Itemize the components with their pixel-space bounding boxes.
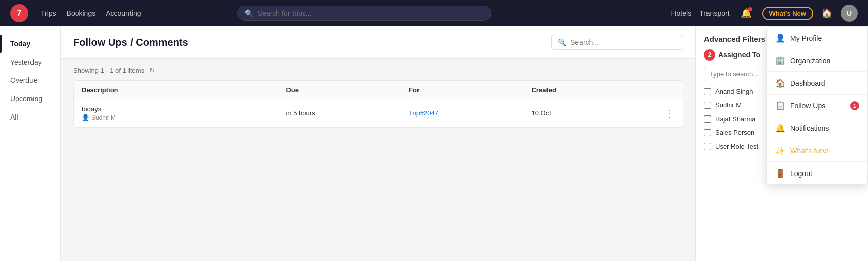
filter-label-0: Anand Singh [715, 88, 753, 95]
filter-checkbox-0[interactable] [704, 88, 711, 95]
assigned-label: Assigned To [718, 51, 760, 59]
navbar: 7 Trips Bookings Accounting 🔍 Hotels Tra… [0, 0, 868, 26]
dropdown-org-label: Organization [790, 56, 830, 65]
table-row: todays 👤 Sudhir M in 5 hours Trip#2047 1… [74, 99, 683, 127]
sidebar-item-yesterday[interactable]: Yesterday [0, 53, 60, 71]
cell-for[interactable]: Trip#2047 [409, 109, 532, 117]
dropdown-my-profile[interactable]: 👤 My Profile [767, 27, 867, 49]
global-search-bar[interactable]: 🔍 [237, 6, 491, 21]
nav-bookings[interactable]: Bookings [67, 9, 96, 17]
row-more-button[interactable]: ⋮ [654, 108, 674, 119]
avatar[interactable]: U [841, 5, 858, 22]
header-search-input[interactable] [570, 38, 677, 46]
main-header: Follow Ups / Comments 🔍 [61, 26, 695, 59]
dropdown-whatsnew-label: What's New [790, 147, 828, 155]
search-icon-small: 🔍 [558, 38, 566, 46]
nav-hotels[interactable]: Hotels [671, 9, 691, 17]
sidebar: Today Yesterday Overdue Upcoming All [0, 26, 61, 261]
page: Today Yesterday Overdue Upcoming All Fol… [0, 26, 868, 261]
person-icon: 👤 [82, 114, 89, 121]
filter-badge-count: 2 [704, 49, 715, 61]
followups-icon: 📋 [775, 101, 785, 110]
search-input[interactable] [258, 9, 484, 17]
cell-due: in 5 hours [286, 109, 409, 117]
row-assignee: 👤 Sudhir M [82, 114, 286, 121]
followups-badge: 1 [850, 101, 859, 110]
nav-links: Trips Bookings Accounting [41, 9, 141, 17]
th-due: Due [286, 86, 409, 94]
meta-text: Showing 1 - 1 of 1 Items [73, 67, 144, 74]
user-dropdown-menu: 👤 My Profile 🏢 Organization 🏠 Dashboard … [766, 26, 868, 185]
main-content: Follow Ups / Comments 🔍 Showing 1 - 1 of… [61, 26, 695, 261]
table-meta: Showing 1 - 1 of 1 Items ↻ [73, 67, 683, 74]
th-for: For [409, 86, 532, 94]
filter-label-2: Rajat Sharma [715, 115, 755, 123]
home-icon[interactable]: 🏠 [821, 8, 832, 19]
notification-bell[interactable]: 🔔 [738, 5, 754, 21]
app-logo[interactable]: 7 [10, 4, 28, 22]
profile-icon: 👤 [775, 33, 785, 43]
cell-created: 10 Oct [531, 109, 654, 117]
th-created: Created [531, 86, 654, 94]
filter-checkbox-1[interactable] [704, 102, 711, 109]
organization-icon: 🏢 [775, 55, 785, 65]
dropdown-logout[interactable]: 🚪 Logout [767, 162, 867, 184]
sidebar-item-overdue[interactable]: Overdue [0, 71, 60, 90]
dropdown-dashboard[interactable]: 🏠 Dashboard [767, 72, 867, 95]
nav-trips[interactable]: Trips [41, 9, 56, 17]
dropdown-notifications[interactable]: 🔔 Notifications [767, 117, 867, 139]
dropdown-dashboard-label: Dashboard [790, 79, 825, 88]
row-description: todays [82, 105, 286, 113]
sidebar-item-all[interactable]: All [0, 108, 60, 126]
sidebar-item-upcoming[interactable]: Upcoming [0, 90, 60, 108]
filter-label-3: Sales Person [715, 129, 754, 136]
cell-description: todays 👤 Sudhir M [82, 105, 286, 121]
th-description: Description [82, 86, 286, 94]
dashboard-icon: 🏠 [775, 78, 785, 88]
filter-checkbox-2[interactable] [704, 115, 711, 123]
dropdown-whats-new[interactable]: ✨ What's New [767, 139, 867, 162]
dropdown-follow-ups[interactable]: 📋 Follow Ups 1 [767, 95, 867, 117]
filter-label-4: User Role Test [715, 142, 758, 150]
sidebar-item-today[interactable]: Today [0, 35, 60, 53]
table-area: Showing 1 - 1 of 1 Items ↻ Description D… [61, 59, 695, 261]
search-icon: 🔍 [245, 9, 253, 17]
nav-right: Hotels Transport 🔔 What's New 🏠 U [671, 5, 858, 22]
dropdown-notifications-label: Notifications [790, 124, 829, 132]
bell-dot [748, 7, 752, 11]
refresh-icon[interactable]: ↻ [149, 67, 155, 74]
nav-accounting[interactable]: Accounting [106, 9, 141, 17]
filter-checkbox-4[interactable] [704, 143, 711, 150]
table-header: Description Due For Created [74, 81, 683, 99]
notifications-icon: 🔔 [775, 123, 785, 133]
nav-transport[interactable]: Transport [699, 9, 729, 17]
filter-checkbox-3[interactable] [704, 129, 711, 136]
logout-icon: 🚪 [775, 168, 785, 178]
header-search[interactable]: 🔍 [551, 35, 683, 50]
dropdown-followups-label: Follow Ups [790, 102, 825, 110]
th-actions [654, 86, 674, 94]
page-title: Follow Ups / Comments [73, 37, 188, 48]
data-table: Description Due For Created todays 👤 Sud… [73, 80, 683, 128]
dropdown-logout-label: Logout [790, 169, 812, 178]
dropdown-profile-label: My Profile [790, 34, 822, 42]
whats-new-icon: ✨ [775, 146, 785, 155]
whats-new-button[interactable]: What's New [762, 7, 813, 20]
filter-label-1: Sudhir M [715, 101, 742, 109]
dropdown-organization[interactable]: 🏢 Organization [767, 49, 867, 72]
